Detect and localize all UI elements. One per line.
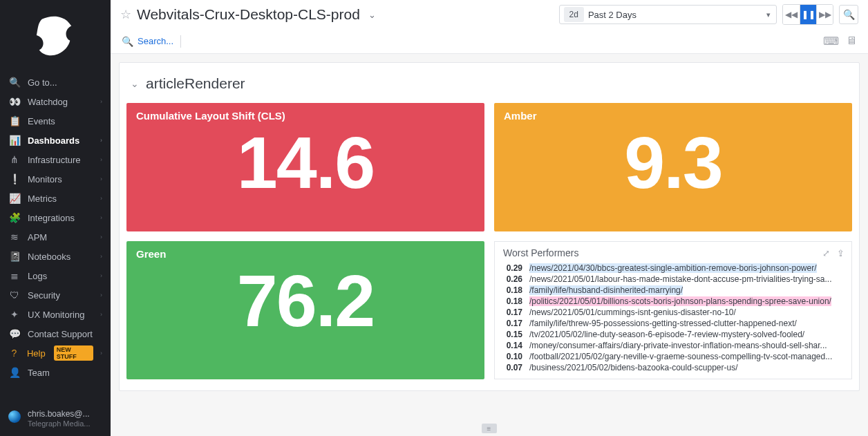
tile-title: Cumulative Layout Shift (CLS) <box>136 110 475 122</box>
search-icon: 🔍 <box>843 9 855 20</box>
sidebar-item-integrations[interactable]: 🧩Integrations› <box>0 208 111 227</box>
nav-label: APM <box>28 232 93 243</box>
table-row[interactable]: 0.07/business/2021/05/02/bidens-bazooka-… <box>502 362 845 373</box>
chevron-right-icon: › <box>100 292 102 298</box>
row-path: /football/2021/05/02/gary-neville-v-grae… <box>529 352 832 361</box>
sidebar-item-go-to[interactable]: 🔍Go to... <box>0 73 111 92</box>
table-row[interactable]: 0.17/family/life/threw-95-possessions-ge… <box>502 318 845 329</box>
expand-icon[interactable]: ⤢ <box>822 248 830 258</box>
sidebar-item-dashboards[interactable]: 📊Dashboards› <box>0 131 111 150</box>
nav-icon: 📋 <box>8 115 21 126</box>
sidebar-item-notebooks[interactable]: 📓Notebooks› <box>0 247 111 266</box>
table-row[interactable]: 0.18/politics/2021/05/01/billions-scots-… <box>502 296 845 307</box>
sidebar-item-metrics[interactable]: 📈Metrics› <box>0 189 111 208</box>
section-card: ⌄ articleRenderer Cumulative Layout Shif… <box>119 62 860 391</box>
nav-label: Help <box>27 348 46 359</box>
tile-cls[interactable]: Cumulative Layout Shift (CLS) 14.6 <box>126 103 484 231</box>
nav-label: Notebooks <box>28 252 93 262</box>
new-badge: NEW STUFF <box>54 345 93 361</box>
nav-label: Integrations <box>28 213 93 223</box>
tile-title: Green <box>136 248 475 260</box>
fullscreen-icon[interactable]: 🖥 <box>846 35 857 48</box>
time-range-picker[interactable]: 2d Past 2 Days ▾ <box>559 5 777 24</box>
row-value: 0.29 <box>502 263 522 273</box>
chevron-right-icon: › <box>100 214 102 221</box>
search-button[interactable]: 🔍 <box>839 5 858 24</box>
table-row[interactable]: 0.26/news/2021/05/01/labour-has-made-mis… <box>502 274 845 285</box>
sidebar-item-events[interactable]: 📋Events <box>0 111 111 131</box>
brand-logo[interactable] <box>0 0 111 73</box>
nav-label: Logs <box>28 271 93 281</box>
top-bar: ☆ Webvitals-Crux-Desktop-CLS-prod ⌄ 2d P… <box>111 0 868 29</box>
tile-green[interactable]: Green 76.2 <box>126 241 484 379</box>
table-row[interactable]: 0.18/family/life/husband-disinherited-ma… <box>502 285 845 296</box>
chevron-right-icon: › <box>100 156 102 163</box>
divider <box>180 35 181 48</box>
app-sidebar: 🔍Go to...👀Watchdog›📋Events📊Dashboards›⋔I… <box>0 0 111 436</box>
chevron-down-icon[interactable]: ▾ <box>761 10 776 19</box>
table-row[interactable]: 0.29/news/2021/04/30/bbcs-greatest-singl… <box>502 263 845 274</box>
step-forward-button[interactable]: ▶▶ <box>816 5 833 24</box>
nav-label: Go to... <box>28 77 102 88</box>
export-icon[interactable]: ⇪ <box>837 248 845 258</box>
chevron-right-icon: › <box>100 195 102 202</box>
row-path: /family/life/threw-95-possessions-gettin… <box>529 319 797 328</box>
section-header[interactable]: ⌄ articleRenderer <box>126 70 852 103</box>
sidebar-item-monitors[interactable]: ❕Monitors› <box>0 169 111 189</box>
chevron-right-icon: › <box>100 350 102 357</box>
sidebar-item-contact-support[interactable]: 💬Contact Support <box>0 324 111 343</box>
main-column: ☆ Webvitals-Crux-Desktop-CLS-prod ⌄ 2d P… <box>111 0 868 436</box>
nav-icon: 👀 <box>8 96 21 107</box>
row-path: /family/life/husband-disinherited-marryi… <box>529 285 683 295</box>
user-org: Telegraph Media... <box>28 419 91 429</box>
nav-label: Watchdog <box>28 97 93 107</box>
sidebar-item-team[interactable]: 👤Team <box>0 363 111 382</box>
nav-icon: ⋔ <box>8 154 21 165</box>
pause-button[interactable]: ❚❚ <box>800 5 816 24</box>
table-row[interactable]: 0.14/money/consumer-affairs/diary-privat… <box>502 340 845 351</box>
nav-icon: ✦ <box>8 309 21 320</box>
nav-icon: ≋ <box>8 231 21 243</box>
content-area: ⌄ articleRenderer Cumulative Layout Shif… <box>111 54 868 436</box>
time-range-chip: 2d <box>564 7 584 22</box>
nav-icon: ❕ <box>8 173 21 184</box>
sidebar-item-watchdog[interactable]: 👀Watchdog› <box>0 92 111 111</box>
tile-title: Amber <box>504 110 842 122</box>
nav-list: 🔍Go to...👀Watchdog›📋Events📊Dashboards›⋔I… <box>0 73 111 405</box>
sidebar-item-security[interactable]: 🛡Security› <box>0 285 111 305</box>
worst-rows: 0.29/news/2021/04/30/bbcs-greatest-singl… <box>502 263 845 373</box>
keyboard-icon[interactable]: ⌨ <box>823 35 839 48</box>
tile-value: 14.6 <box>136 126 475 199</box>
sidebar-item-help[interactable]: ?HelpNEW STUFF› <box>0 343 111 363</box>
step-back-button[interactable]: ◀◀ <box>783 5 800 24</box>
nav-icon: 👤 <box>8 367 21 378</box>
chevron-right-icon: › <box>100 272 102 279</box>
table-row[interactable]: 0.10/football/2021/05/02/gary-neville-v-… <box>502 351 845 362</box>
sidebar-item-infrastructure[interactable]: ⋔Infrastructure› <box>0 150 111 169</box>
sidebar-item-logs[interactable]: ≣Logs› <box>0 266 111 285</box>
chevron-right-icon: › <box>100 311 102 318</box>
sidebar-item-ux-monitoring[interactable]: ✦UX Monitoring› <box>0 305 111 324</box>
inline-search[interactable]: 🔍 Search... <box>122 36 173 47</box>
nav-user-block[interactable]: chris.boakes@... Telegraph Media... <box>0 405 111 436</box>
favorite-star-icon[interactable]: ☆ <box>120 7 131 22</box>
nav-label: Security <box>28 290 93 301</box>
nav-icon: 💬 <box>8 328 21 339</box>
nav-icon: 🧩 <box>8 212 21 223</box>
tile-amber[interactable]: Amber 9.3 <box>494 103 852 231</box>
tile-worst-performers[interactable]: Worst Performers ⤢ ⇪ 0.29/news/2021/04/3… <box>494 241 852 379</box>
table-row[interactable]: 0.17/news/2021/05/01/cummings-isnt-geniu… <box>502 307 845 318</box>
row-value: 0.18 <box>502 296 522 306</box>
title-dropdown-icon[interactable]: ⌄ <box>368 10 376 20</box>
row-path: /business/2021/05/02/bidens-bazooka-coul… <box>529 363 738 372</box>
sidebar-item-apm[interactable]: ≋APM› <box>0 227 111 247</box>
row-path: /news/2021/05/01/cummings-isnt-genius-di… <box>529 307 736 317</box>
nav-icon: ? <box>8 348 20 359</box>
table-row[interactable]: 0.15/tv/2021/05/02/line-duty-season-6-ep… <box>502 329 845 340</box>
row-value: 0.17 <box>502 307 522 317</box>
row-path: /politics/2021/05/01/billions-scots-bori… <box>529 296 831 306</box>
sub-bar: 🔍 Search... ⌨ 🖥 <box>111 29 868 54</box>
tile-title: Worst Performers <box>503 247 578 258</box>
nav-label: Events <box>28 116 102 126</box>
drag-handle-icon[interactable]: ≡ <box>482 424 497 433</box>
